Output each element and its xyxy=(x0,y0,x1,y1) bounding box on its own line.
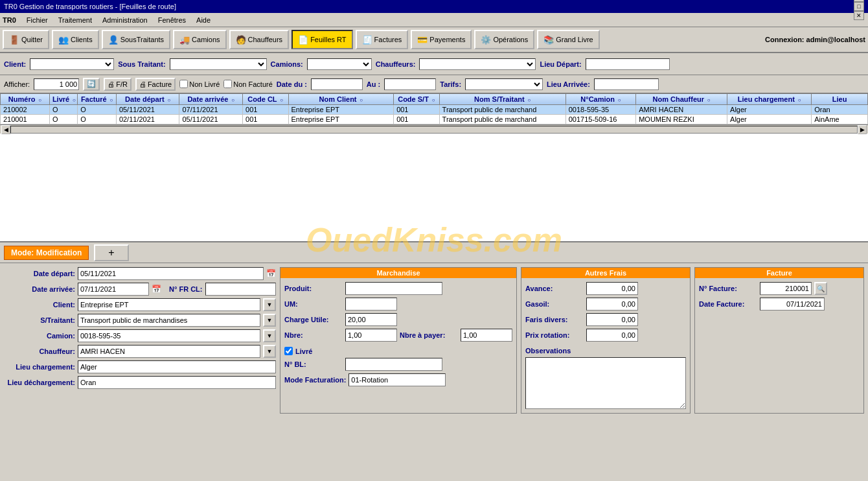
col-ncamion[interactable]: N°Camion ○ xyxy=(565,94,635,105)
straitant-combo-btn[interactable]: ▼ xyxy=(263,314,276,327)
soustraitants-button[interactable]: 👤 SousTraitants xyxy=(102,30,170,49)
farisdivers-row: Faris divers: xyxy=(525,313,686,326)
um-field[interactable] xyxy=(345,298,397,311)
avance-field[interactable] xyxy=(586,282,638,295)
client-combo-btn[interactable]: ▼ xyxy=(263,298,276,311)
horizontal-scrollbar[interactable]: ◀ ▶ xyxy=(0,124,868,134)
fr-button[interactable]: 🖨 F/R xyxy=(104,78,131,91)
datefacture-field[interactable] xyxy=(760,298,825,311)
facture-print-label: Facture xyxy=(148,80,172,88)
scroll-track[interactable] xyxy=(10,126,858,134)
chargeutile-field[interactable] xyxy=(345,313,397,326)
chauffeurs-filter-combo[interactable] xyxy=(419,58,536,70)
menu-fenetres[interactable]: Fenêtres xyxy=(153,15,191,25)
nonfacture-checkbox[interactable] xyxy=(223,80,232,88)
afficher-input[interactable] xyxy=(34,78,79,90)
col-codest[interactable]: Code S/T ○ xyxy=(394,94,439,105)
payements-label: Payements xyxy=(429,36,465,43)
avance-row: Avance: xyxy=(525,282,686,295)
col-nomstraitant[interactable]: Nom S/Traitant ○ xyxy=(439,94,565,105)
tarifs-combo[interactable] xyxy=(465,78,543,90)
produit-field[interactable] xyxy=(345,282,442,295)
datedepart-field[interactable] xyxy=(78,267,264,280)
nonlivre-checkbox[interactable] xyxy=(179,80,188,88)
observations-textarea[interactable] xyxy=(525,357,686,409)
quitter-button[interactable]: 🚪 Quitter xyxy=(3,30,49,49)
farisdivers-label: Faris divers: xyxy=(525,316,584,323)
modefact-label: Mode Facturation: xyxy=(284,376,346,384)
payements-button[interactable]: 💳 Payements xyxy=(411,30,472,49)
farisdivers-field[interactable] xyxy=(586,313,638,326)
col-lieucharge[interactable]: Lieu chargement ○ xyxy=(727,94,812,105)
chauffeur-combo-btn[interactable]: ▼ xyxy=(263,345,276,358)
chauffeur-field[interactable] xyxy=(78,345,260,358)
au-input[interactable] xyxy=(384,78,436,90)
feuillesrt-label: Feuilles RT xyxy=(310,36,346,43)
add-button[interactable]: + xyxy=(94,244,128,261)
camion-combo-btn[interactable]: ▼ xyxy=(263,329,276,342)
col-numero[interactable]: Numéro ○ xyxy=(1,94,50,105)
factures-button[interactable]: 🧾 Factures xyxy=(356,30,409,49)
nbre-field[interactable] xyxy=(345,329,397,342)
col-nomclient[interactable]: Nom Client ○ xyxy=(288,94,394,105)
nbre-label: Nbre: xyxy=(284,331,343,339)
straitant-field[interactable] xyxy=(78,314,260,327)
livre-checkbox[interactable] xyxy=(284,347,293,355)
menu-administration[interactable]: Administration xyxy=(97,15,153,25)
datearrivee-calendar-icon[interactable]: 📅 xyxy=(152,285,161,294)
nbl-field[interactable] xyxy=(345,358,442,371)
col-facture[interactable]: Facturé ○ xyxy=(78,94,117,105)
col-nomchauffeur[interactable]: Nom Chauffeur ○ xyxy=(636,94,727,105)
operations-button[interactable]: ⚙️ Opérations xyxy=(474,30,534,49)
menu-traitement[interactable]: Traitement xyxy=(53,15,97,25)
lieuarrivee-label: Lieu Arrivée: xyxy=(547,80,590,88)
refresh-button[interactable]: 🔄 xyxy=(83,78,100,91)
prixrotation-field[interactable] xyxy=(586,329,638,342)
modefact-field[interactable] xyxy=(348,373,446,386)
menu-fichier[interactable]: Fichier xyxy=(21,15,53,25)
table-row[interactable]: 210002OO05/11/202107/11/2021001Entrepris… xyxy=(1,105,868,115)
client-field[interactable] xyxy=(78,298,260,311)
lieucharge-field[interactable] xyxy=(78,360,276,373)
nfacture-field[interactable] xyxy=(760,282,812,295)
nbrepayer-field[interactable] xyxy=(461,329,512,342)
datearrivee-field[interactable] xyxy=(78,283,149,296)
close-button[interactable]: ✕ xyxy=(854,11,864,20)
table-cell: 001 xyxy=(243,115,288,124)
lieudech-field[interactable] xyxy=(78,376,276,389)
datedepart-calendar-icon[interactable]: 📅 xyxy=(266,269,276,278)
maximize-button[interactable]: □ xyxy=(854,2,864,11)
grandlivre-button[interactable]: 📚 Grand Livre xyxy=(537,30,599,49)
col-datearrivee[interactable]: Date arrivée ○ xyxy=(179,94,243,105)
table-row[interactable]: 210001OO02/11/202105/11/2021001Entrepris… xyxy=(1,115,868,124)
gasoil-field[interactable] xyxy=(586,298,638,311)
datedu-input[interactable] xyxy=(311,78,363,90)
lieuarrivee-input[interactable] xyxy=(594,78,659,90)
camion-field[interactable] xyxy=(78,329,260,342)
client-filter-combo[interactable] xyxy=(30,58,114,70)
nfrcl-field[interactable] xyxy=(205,283,277,296)
feuillesrt-button[interactable]: 📄 Feuilles RT xyxy=(291,30,352,49)
col-datedepart[interactable]: Date départ ○ xyxy=(116,94,179,105)
lieudep-filter-input[interactable] xyxy=(586,58,670,70)
soustraitant-filter-combo[interactable] xyxy=(170,58,267,70)
au-label: Au : xyxy=(367,80,380,88)
table-cell: O xyxy=(49,115,77,124)
mode-label: Mode: Modification xyxy=(4,246,89,260)
col-lieu[interactable]: Lieu xyxy=(812,94,868,105)
menu-aide[interactable]: Aide xyxy=(191,15,216,25)
camions-label: Camions xyxy=(192,36,220,43)
chauffeurs-button[interactable]: 🧑 Chauffeurs xyxy=(229,30,290,49)
camions-button[interactable]: 🚚 Camions xyxy=(173,30,226,49)
nonlivre-check-label[interactable]: Non Livré xyxy=(179,80,220,88)
camions-filter-combo[interactable] xyxy=(307,58,372,70)
col-livre[interactable]: Livré ○ xyxy=(49,94,77,105)
col-codecl[interactable]: Code CL ○ xyxy=(243,94,288,105)
mode-bar: Mode: Modification + xyxy=(0,242,868,263)
nonfacture-check-label[interactable]: Non Facturé xyxy=(223,80,273,88)
clients-button[interactable]: 👥 Clients xyxy=(52,30,99,49)
facture-print-button[interactable]: 🖨 Facture xyxy=(135,78,176,91)
nfacture-search-btn[interactable]: 🔍 xyxy=(814,282,827,295)
scroll-right-arrow[interactable]: ▶ xyxy=(858,125,867,134)
scroll-left-arrow[interactable]: ◀ xyxy=(1,125,10,134)
